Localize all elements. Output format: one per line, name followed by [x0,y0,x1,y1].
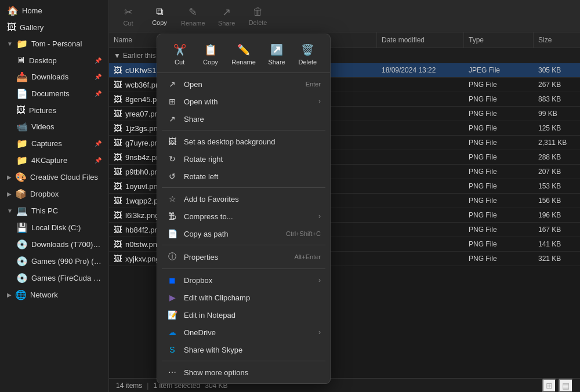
cm-item-open-with[interactable]: ⊞Open with› [157,93,330,110]
cm-item-properties[interactable]: ⓘPropertiesAlt+Enter [157,248,330,266]
file-type-icon: 🖼 [114,167,122,176]
cm-item-favorites[interactable]: ☆Add to Favorites [157,190,330,208]
cm-item-dropbox[interactable]: ◼Dropbox› [157,271,330,289]
sidebar-item-4kcapture[interactable]: 📁4KCapture📌 [2,153,106,168]
cm-action-label-cut: Cut [175,59,184,66]
cut-button[interactable]: ✂ Cut [114,3,143,29]
cm-item-arrow-dropbox: › [318,276,321,284]
cm-item-share-item[interactable]: ↗Share [157,110,330,128]
cm-action-copy[interactable]: 📋 Copy [196,41,225,68]
sidebar-item-videos[interactable]: 📹Videos [2,119,106,135]
cm-item-desktop-bg[interactable]: 🖼Set as desktop background [157,133,330,150]
sidebar-item-games-990[interactable]: 💿Games (990 Pro) (E:) [2,253,106,269]
sidebar-label-this-pc: This PC [31,206,102,215]
file-size: 321 KB [534,252,580,265]
cm-item-notepad[interactable]: 📝Edit in Notepad [157,306,330,324]
sidebar-label-videos: Videos [31,122,102,131]
pin-icon-captures: 📌 [95,140,102,147]
file-type: PNG File [464,122,534,135]
cm-item-arrow-onedrive: › [318,328,321,336]
file-size: 305 KB [534,64,580,77]
folder-icon-pictures: 🖼 [16,105,26,115]
cm-separator [162,187,325,188]
file-date [377,198,464,203]
sidebar-item-this-pc[interactable]: ▼💻This PC [2,203,106,219]
sidebar-item-documents[interactable]: 📄Documents📌 [2,86,106,101]
view-details-button[interactable]: ⊞ [542,379,556,393]
cm-item-label-copy-path: Copy as path [184,230,280,238]
file-size: 125 KB [534,122,580,135]
cm-item-shortcut-properties: Alt+Enter [294,253,321,260]
folder-icon-this-pc: 💻 [16,205,28,216]
file-size: 99 KB [534,107,580,120]
file-type: PNG File [464,223,534,236]
sidebar-item-games-firecuda[interactable]: 💿Games (FireCuda 530) (F:) [2,270,106,286]
file-name: xyjkxv.png [125,255,160,263]
sidebar-label-documents: Documents [31,89,91,98]
folder-icon-tom-personal: 📁 [16,38,28,49]
status-sep-1: | [147,382,148,390]
share-button[interactable]: ↗ Share [212,3,241,29]
view-tiles-button[interactable]: ▤ [559,379,573,393]
file-type-icon: 🖼 [114,153,122,162]
expand-icon-tom-personal: ▼ [7,41,13,47]
cm-item-skype[interactable]: SShare with Skype [157,341,330,358]
pin-icon-documents: 📌 [95,90,102,97]
sidebar-item-network[interactable]: ▶🌐Network [2,287,106,303]
col-type[interactable]: Type [464,32,534,48]
sidebar: 🏠Home🖼Gallery▼📁Tom - Personal🖥Desktop📌📥D… [0,0,109,392]
sidebar-item-local-disk-c[interactable]: 💾Local Disk (C:) [2,220,106,235]
sidebar-item-tom-personal[interactable]: ▼📁Tom - Personal [2,36,106,52]
cm-item-open[interactable]: ↗OpenEnter [157,75,330,93]
cm-item-compress[interactable]: 🗜Compress to...› [157,208,330,225]
file-size: 207 KB [534,165,580,178]
sidebar-item-downloads[interactable]: 📥Downloads📌 [2,69,106,85]
sidebar-item-gallery[interactable]: 🖼Gallery [2,20,106,35]
cm-item-label-notepad: Edit in Notepad [184,311,321,320]
sidebar-item-captures[interactable]: 📁Captures📌 [2,136,106,151]
cm-action-share[interactable]: ↗️ Share [262,41,291,68]
cm-item-icon-skype: S [166,345,178,354]
cm-item-clipchamp[interactable]: ▶Edit with Clipchamp [157,289,330,306]
cm-item-label-compress: Compress to... [184,212,313,221]
sidebar-label-downloads: Downloads [31,72,91,81]
file-date: 18/09/2024 13:22 [377,64,464,77]
cm-item-icon-compress: 🗜 [166,212,178,221]
context-menu[interactable]: ✂️ Cut 📋 Copy ✏️ Rename ↗️ Share 🗑️ Dele… [157,34,331,384]
file-date [377,169,464,174]
file-date [377,184,464,188]
sidebar-item-downloads-t700[interactable]: 💿Downloads (T700) (D:) [2,237,106,252]
sidebar-label-creative-cloud: Creative Cloud Files [30,173,102,182]
cm-action-rename[interactable]: ✏️ Rename [227,41,260,68]
col-date[interactable]: Date modified [377,32,464,48]
folder-icon-games-990: 💿 [16,256,28,267]
cm-item-rotate-right[interactable]: ↻Rotate right [157,150,330,168]
copy-button[interactable]: ⧉ Copy [145,3,174,28]
col-size[interactable]: Size [534,32,580,48]
folder-icon-downloads-t700: 💿 [16,239,28,250]
sidebar-label-4kcapture: 4KCapture [31,156,91,165]
sidebar-item-pictures[interactable]: 🖼Pictures [2,103,106,118]
sidebar-item-home[interactable]: 🏠Home [2,3,106,19]
cm-action-delete[interactable]: 🗑️ Delete [293,41,322,68]
rename-button[interactable]: ✎ Rename [176,3,210,29]
cm-item-label-onedrive: OneDrive [184,328,313,337]
delete-button[interactable]: 🗑 Delete [244,3,273,28]
cm-action-label-delete: Delete [298,59,317,66]
cm-item-icon-more-options: ⋯ [166,368,178,377]
cm-item-copy-path[interactable]: 📄Copy as pathCtrl+Shift+C [157,225,330,242]
sidebar-item-dropbox[interactable]: ▶📦Dropbox [2,186,106,202]
cm-item-more-options[interactable]: ⋯Show more options [157,364,330,381]
cm-item-rotate-left[interactable]: ↺Rotate left [157,168,330,185]
sidebar-item-creative-cloud[interactable]: ▶🎨Creative Cloud Files [2,169,106,185]
file-type: PNG File [464,209,534,222]
file-date [377,140,464,145]
share-icon: ↗ [222,6,231,19]
cm-item-onedrive[interactable]: ☁OneDrive› [157,324,330,341]
cm-item-label-open: Open [184,80,300,89]
cm-action-cut[interactable]: ✂️ Cut [165,41,194,68]
expand-icon-creative-cloud: ▶ [7,174,12,180]
pin-icon-downloads: 📌 [95,74,102,80]
file-date [377,82,464,87]
sidebar-item-desktop[interactable]: 🖥Desktop📌 [2,53,106,68]
